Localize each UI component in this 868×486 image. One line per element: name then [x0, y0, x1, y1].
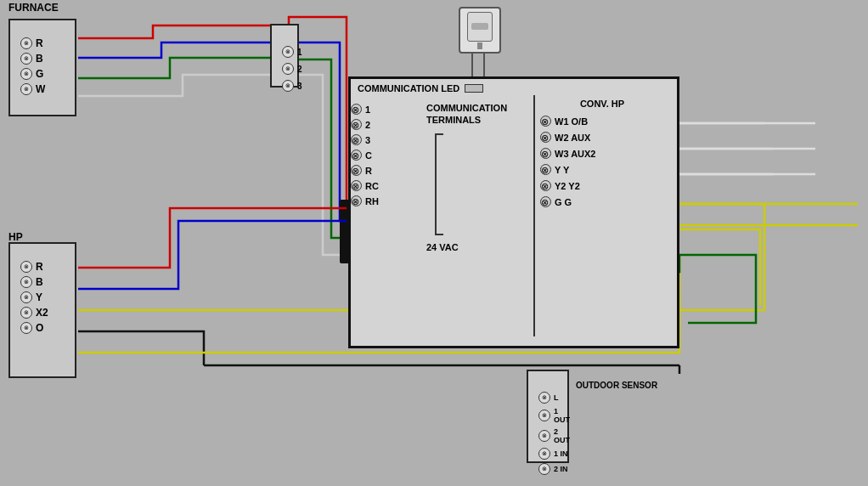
relay-g-circle: ⊗	[540, 196, 551, 207]
outdoor-2in-circle: ⊗	[538, 463, 550, 475]
top-block-t1-label: 1	[297, 48, 302, 57]
hp-terminal-y-label: Y	[36, 291, 42, 303]
top-block-t3-label: 3	[297, 82, 302, 91]
furnace-terminal-b-label: B	[36, 53, 43, 65]
relay-w1-label: W1 O/B	[555, 116, 588, 127]
top-block-t1: ⊗	[282, 46, 294, 58]
relay-y-label: Y Y	[555, 165, 569, 175]
top-block-t2-label: 2	[297, 65, 302, 74]
comm-terminals-label: COMMUNICATIONTERMINALS	[426, 102, 530, 127]
hp-terminal-r-circle: ⊗	[20, 261, 32, 273]
furnace-label: FURNACE	[8, 2, 59, 14]
vac-label: 24 VAC	[426, 242, 530, 252]
relay-y-circle: ⊗	[540, 164, 551, 175]
outdoor-2out-circle: ⊗	[538, 430, 550, 442]
relay-w3-label: W3 AUX2	[555, 149, 596, 159]
furnace-terminal-g-circle: ⊗	[20, 68, 32, 80]
hp-terminal-y-circle: ⊗	[20, 291, 32, 303]
led-indicator	[465, 84, 483, 93]
outdoor-1out-label: 1 OUT	[554, 407, 570, 424]
thermostat-icon	[459, 7, 501, 54]
hp-terminal-b-circle: ⊗	[20, 276, 32, 288]
furnace-terminal-w-circle: ⊗	[20, 83, 32, 95]
relay-tc-circle: ⊗	[351, 150, 362, 161]
hp-terminal-o-circle: ⊗	[20, 322, 32, 334]
outdoor-2in-label: 2 IN	[554, 465, 568, 473]
furnace-terminal-g-label: G	[36, 68, 43, 80]
relay-t3-label: 3	[365, 135, 370, 145]
top-block-t3: ⊗	[282, 80, 294, 92]
outdoor-1in-circle: ⊗	[538, 448, 550, 460]
relay-tr-circle: ⊗	[351, 165, 362, 176]
hp-terminal-r-label: R	[36, 261, 43, 273]
left-terminals-column: ⊗ 1 ⊗ 2 ⊗ 3 ⊗ C ⊗ R ⊗ RC	[351, 95, 423, 336]
outdoor-l-circle: ⊗	[538, 392, 550, 404]
relay-w2-label: W2 AUX	[555, 133, 590, 143]
top-terminal-block: ⊗ 1 ⊗ 2 ⊗ 3	[270, 24, 299, 88]
relay-g-label: G G	[555, 197, 572, 207]
conv-hp-label: CONV. HP	[540, 99, 664, 109]
relay-tr-label: R	[365, 166, 372, 176]
hp-terminal-o-label: O	[36, 322, 43, 334]
hp-box: ⊗ R ⊗ B ⊗ Y ⊗ X2 ⊗ O	[8, 242, 76, 378]
relay-w3-circle: ⊗	[540, 148, 551, 159]
relay-t3-circle: ⊗	[351, 134, 362, 145]
relay-w1-circle: ⊗	[540, 116, 551, 127]
furnace-terminal-w-label: W	[36, 83, 45, 95]
furnace-terminal-r-label: R	[36, 37, 43, 49]
right-terminals-column: CONV. HP ⊗ W1 O/B ⊗ W2 AUX ⊗ W3 AUX2 ⊗ Y…	[533, 95, 669, 336]
outdoor-sensor-box: ⊗ L ⊗ 1 OUT ⊗ 2 OUT ⊗ 1 IN ⊗ 2 IN	[527, 370, 569, 463]
outdoor-2out-label: 2 OUT	[554, 427, 570, 444]
relay-w2-circle: ⊗	[540, 132, 551, 143]
relay-t1-label: 1	[365, 105, 370, 115]
top-block-t2: ⊗	[282, 63, 294, 75]
hp-terminal-x2-label: X2	[36, 307, 48, 319]
relay-t2-label: 2	[365, 120, 370, 130]
outdoor-l-label: L	[554, 393, 559, 402]
outdoor-1in-label: 1 IN	[554, 449, 568, 458]
hp-terminal-x2-circle: ⊗	[20, 307, 32, 319]
relay-trh-circle: ⊗	[351, 195, 362, 206]
relay-t1-circle: ⊗	[351, 104, 362, 115]
relay-y2-label: Y2 Y2	[555, 181, 580, 191]
hp-label: HP	[8, 231, 23, 243]
hp-terminal-b-label: B	[36, 276, 43, 288]
relay-trc-circle: ⊗	[351, 180, 362, 191]
outdoor-sensor-label: OUTDOOR SENSOR	[576, 381, 657, 391]
relay-y2-circle: ⊗	[540, 180, 551, 191]
outdoor-1out-circle: ⊗	[538, 410, 550, 421]
comm-led-row: COMMUNICATION LED	[351, 79, 677, 95]
relay-t2-circle: ⊗	[351, 119, 362, 130]
relay-trh-label: RH	[365, 196, 379, 206]
furnace-terminal-b-circle: ⊗	[20, 53, 32, 65]
relay-tc-label: C	[365, 150, 372, 161]
relay-trc-label: RC	[365, 181, 379, 191]
relay-box: COMMUNICATION LED ⊗ 1 ⊗ 2 ⊗ 3 ⊗ C ⊗	[348, 76, 679, 348]
comm-led-label: COMMUNICATION LED	[358, 83, 459, 93]
middle-section: COMMUNICATIONTERMINALS 24 VAC	[423, 95, 533, 336]
furnace-terminal-r-circle: ⊗	[20, 37, 32, 49]
furnace-box: ⊗ R ⊗ B ⊗ G ⊗ W	[8, 19, 76, 116]
